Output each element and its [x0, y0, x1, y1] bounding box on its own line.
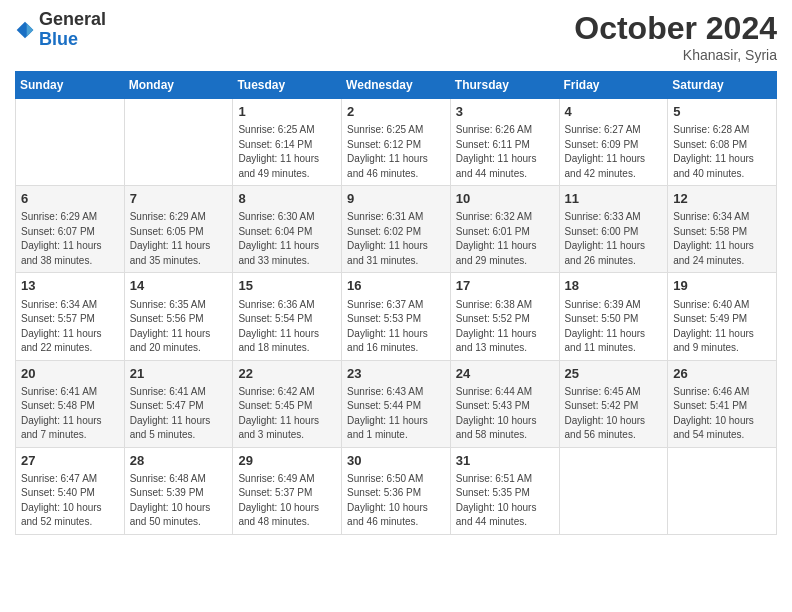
day-number: 8	[238, 190, 336, 208]
day-cell	[668, 447, 777, 534]
day-info: Sunrise: 6:34 AM Sunset: 5:58 PM Dayligh…	[673, 210, 771, 268]
day-cell	[16, 99, 125, 186]
week-row-4: 20Sunrise: 6:41 AM Sunset: 5:48 PM Dayli…	[16, 360, 777, 447]
day-info: Sunrise: 6:44 AM Sunset: 5:43 PM Dayligh…	[456, 385, 554, 443]
day-cell	[559, 447, 668, 534]
day-cell: 19Sunrise: 6:40 AM Sunset: 5:49 PM Dayli…	[668, 273, 777, 360]
col-friday: Friday	[559, 72, 668, 99]
day-info: Sunrise: 6:28 AM Sunset: 6:08 PM Dayligh…	[673, 123, 771, 181]
col-monday: Monday	[124, 72, 233, 99]
day-number: 25	[565, 365, 663, 383]
day-number: 19	[673, 277, 771, 295]
day-info: Sunrise: 6:29 AM Sunset: 6:07 PM Dayligh…	[21, 210, 119, 268]
day-number: 9	[347, 190, 445, 208]
day-info: Sunrise: 6:26 AM Sunset: 6:11 PM Dayligh…	[456, 123, 554, 181]
day-number: 4	[565, 103, 663, 121]
day-cell: 16Sunrise: 6:37 AM Sunset: 5:53 PM Dayli…	[342, 273, 451, 360]
day-info: Sunrise: 6:27 AM Sunset: 6:09 PM Dayligh…	[565, 123, 663, 181]
day-cell: 26Sunrise: 6:46 AM Sunset: 5:41 PM Dayli…	[668, 360, 777, 447]
day-number: 22	[238, 365, 336, 383]
day-info: Sunrise: 6:41 AM Sunset: 5:47 PM Dayligh…	[130, 385, 228, 443]
day-cell: 5Sunrise: 6:28 AM Sunset: 6:08 PM Daylig…	[668, 99, 777, 186]
day-cell: 6Sunrise: 6:29 AM Sunset: 6:07 PM Daylig…	[16, 186, 125, 273]
day-number: 10	[456, 190, 554, 208]
day-number: 30	[347, 452, 445, 470]
day-number: 20	[21, 365, 119, 383]
day-number: 5	[673, 103, 771, 121]
header-row: Sunday Monday Tuesday Wednesday Thursday…	[16, 72, 777, 99]
svg-marker-1	[27, 23, 34, 36]
day-number: 7	[130, 190, 228, 208]
day-cell: 28Sunrise: 6:48 AM Sunset: 5:39 PM Dayli…	[124, 447, 233, 534]
week-row-3: 13Sunrise: 6:34 AM Sunset: 5:57 PM Dayli…	[16, 273, 777, 360]
logo: General Blue	[15, 10, 106, 50]
day-info: Sunrise: 6:31 AM Sunset: 6:02 PM Dayligh…	[347, 210, 445, 268]
day-cell: 24Sunrise: 6:44 AM Sunset: 5:43 PM Dayli…	[450, 360, 559, 447]
day-number: 12	[673, 190, 771, 208]
day-cell: 23Sunrise: 6:43 AM Sunset: 5:44 PM Dayli…	[342, 360, 451, 447]
title-area: October 2024 Khanasir, Syria	[574, 10, 777, 63]
day-number: 1	[238, 103, 336, 121]
day-number: 23	[347, 365, 445, 383]
day-info: Sunrise: 6:47 AM Sunset: 5:40 PM Dayligh…	[21, 472, 119, 530]
day-cell: 9Sunrise: 6:31 AM Sunset: 6:02 PM Daylig…	[342, 186, 451, 273]
month-title: October 2024	[574, 10, 777, 47]
day-number: 29	[238, 452, 336, 470]
day-cell: 2Sunrise: 6:25 AM Sunset: 6:12 PM Daylig…	[342, 99, 451, 186]
day-cell: 14Sunrise: 6:35 AM Sunset: 5:56 PM Dayli…	[124, 273, 233, 360]
logo-blue: Blue	[39, 30, 106, 50]
day-info: Sunrise: 6:48 AM Sunset: 5:39 PM Dayligh…	[130, 472, 228, 530]
day-info: Sunrise: 6:37 AM Sunset: 5:53 PM Dayligh…	[347, 298, 445, 356]
day-info: Sunrise: 6:25 AM Sunset: 6:12 PM Dayligh…	[347, 123, 445, 181]
week-row-2: 6Sunrise: 6:29 AM Sunset: 6:07 PM Daylig…	[16, 186, 777, 273]
day-cell	[124, 99, 233, 186]
day-info: Sunrise: 6:42 AM Sunset: 5:45 PM Dayligh…	[238, 385, 336, 443]
day-cell: 29Sunrise: 6:49 AM Sunset: 5:37 PM Dayli…	[233, 447, 342, 534]
day-number: 17	[456, 277, 554, 295]
location-subtitle: Khanasir, Syria	[574, 47, 777, 63]
day-number: 3	[456, 103, 554, 121]
day-cell: 21Sunrise: 6:41 AM Sunset: 5:47 PM Dayli…	[124, 360, 233, 447]
day-info: Sunrise: 6:40 AM Sunset: 5:49 PM Dayligh…	[673, 298, 771, 356]
day-number: 14	[130, 277, 228, 295]
day-cell: 10Sunrise: 6:32 AM Sunset: 6:01 PM Dayli…	[450, 186, 559, 273]
day-cell: 30Sunrise: 6:50 AM Sunset: 5:36 PM Dayli…	[342, 447, 451, 534]
day-number: 24	[456, 365, 554, 383]
col-sunday: Sunday	[16, 72, 125, 99]
day-info: Sunrise: 6:34 AM Sunset: 5:57 PM Dayligh…	[21, 298, 119, 356]
day-cell: 13Sunrise: 6:34 AM Sunset: 5:57 PM Dayli…	[16, 273, 125, 360]
day-number: 18	[565, 277, 663, 295]
day-cell: 18Sunrise: 6:39 AM Sunset: 5:50 PM Dayli…	[559, 273, 668, 360]
day-number: 26	[673, 365, 771, 383]
week-row-1: 1Sunrise: 6:25 AM Sunset: 6:14 PM Daylig…	[16, 99, 777, 186]
day-cell: 3Sunrise: 6:26 AM Sunset: 6:11 PM Daylig…	[450, 99, 559, 186]
day-info: Sunrise: 6:35 AM Sunset: 5:56 PM Dayligh…	[130, 298, 228, 356]
day-info: Sunrise: 6:46 AM Sunset: 5:41 PM Dayligh…	[673, 385, 771, 443]
day-info: Sunrise: 6:50 AM Sunset: 5:36 PM Dayligh…	[347, 472, 445, 530]
day-number: 6	[21, 190, 119, 208]
day-number: 28	[130, 452, 228, 470]
day-info: Sunrise: 6:39 AM Sunset: 5:50 PM Dayligh…	[565, 298, 663, 356]
day-info: Sunrise: 6:36 AM Sunset: 5:54 PM Dayligh…	[238, 298, 336, 356]
day-cell: 17Sunrise: 6:38 AM Sunset: 5:52 PM Dayli…	[450, 273, 559, 360]
day-info: Sunrise: 6:38 AM Sunset: 5:52 PM Dayligh…	[456, 298, 554, 356]
day-number: 27	[21, 452, 119, 470]
day-info: Sunrise: 6:41 AM Sunset: 5:48 PM Dayligh…	[21, 385, 119, 443]
calendar-table: Sunday Monday Tuesday Wednesday Thursday…	[15, 71, 777, 535]
logo-icon	[15, 20, 35, 40]
day-cell: 25Sunrise: 6:45 AM Sunset: 5:42 PM Dayli…	[559, 360, 668, 447]
day-number: 11	[565, 190, 663, 208]
day-info: Sunrise: 6:49 AM Sunset: 5:37 PM Dayligh…	[238, 472, 336, 530]
day-number: 31	[456, 452, 554, 470]
day-number: 15	[238, 277, 336, 295]
logo-text: General Blue	[39, 10, 106, 50]
day-cell: 31Sunrise: 6:51 AM Sunset: 5:35 PM Dayli…	[450, 447, 559, 534]
col-wednesday: Wednesday	[342, 72, 451, 99]
day-cell: 8Sunrise: 6:30 AM Sunset: 6:04 PM Daylig…	[233, 186, 342, 273]
day-number: 2	[347, 103, 445, 121]
day-cell: 11Sunrise: 6:33 AM Sunset: 6:00 PM Dayli…	[559, 186, 668, 273]
day-cell: 7Sunrise: 6:29 AM Sunset: 6:05 PM Daylig…	[124, 186, 233, 273]
day-info: Sunrise: 6:25 AM Sunset: 6:14 PM Dayligh…	[238, 123, 336, 181]
calendar-page: General Blue October 2024 Khanasir, Syri…	[0, 0, 792, 612]
day-number: 21	[130, 365, 228, 383]
